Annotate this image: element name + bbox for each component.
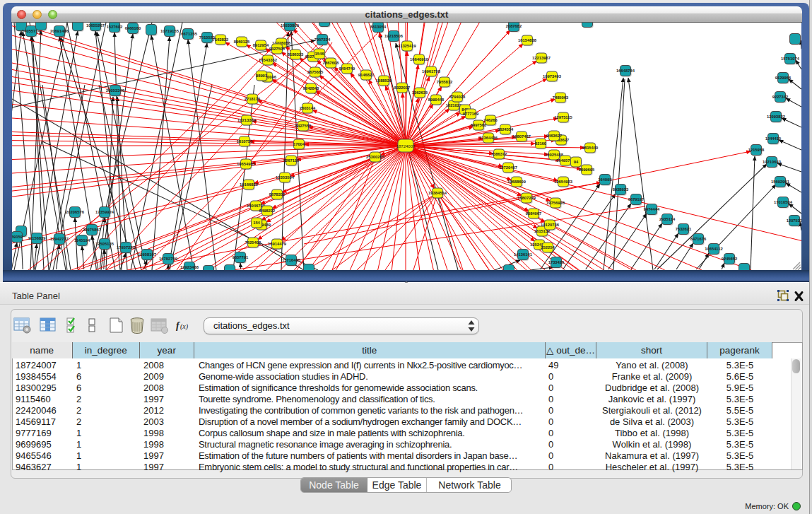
svg-text:13353594: 13353594	[276, 175, 295, 180]
svg-text:7955812: 7955812	[437, 80, 453, 84]
svg-text:17359924: 17359924	[95, 210, 114, 214]
svg-text:16648784: 16648784	[616, 69, 635, 73]
svg-text:6679197: 6679197	[628, 197, 645, 201]
svg-text:7485063: 7485063	[553, 95, 569, 100]
svg-text:8498222: 8498222	[259, 209, 276, 213]
svg-text:15692991: 15692991	[771, 180, 790, 184]
svg-text:7386372: 7386372	[491, 152, 507, 156]
svg-text:98901: 98901	[256, 74, 268, 78]
svg-text:7632621: 7632621	[676, 227, 692, 231]
svg-text:17004: 17004	[293, 142, 305, 146]
svg-text:9327505: 9327505	[269, 47, 286, 51]
svg-text:1145194: 1145194	[74, 238, 90, 243]
svg-text:19218506: 19218506	[384, 34, 404, 38]
svg-text:8960125: 8960125	[234, 40, 250, 44]
svg-text:16961758: 16961758	[422, 69, 441, 74]
svg-text:8471676: 8471676	[690, 237, 707, 241]
svg-text:9084067: 9084067	[526, 211, 542, 216]
svg-text:1546: 1546	[315, 52, 325, 56]
svg-text:16033809: 16033809	[281, 23, 300, 28]
svg-text:10655267: 10655267	[86, 23, 105, 28]
svg-text:1207533: 1207533	[787, 218, 801, 223]
svg-text:1588520: 1588520	[376, 78, 392, 83]
svg-text:12505135: 12505135	[95, 242, 114, 246]
svg-text:8813054: 8813054	[370, 25, 387, 29]
svg-text:19384554: 19384554	[428, 191, 447, 195]
svg-text:10688609: 10688609	[507, 180, 526, 184]
svg-text:18724007: 18724007	[396, 144, 416, 148]
svg-text:2603144: 2603144	[300, 106, 316, 110]
svg-text:15720407: 15720407	[499, 165, 517, 170]
svg-text:9463627: 9463627	[546, 134, 563, 138]
svg-text:16154838: 16154838	[518, 38, 537, 42]
svg-text:7957224: 7957224	[314, 37, 331, 42]
svg-text:9227342: 9227342	[772, 95, 789, 99]
svg-text:15716485: 15716485	[282, 258, 301, 262]
svg-text:1621022: 1621022	[446, 103, 462, 107]
svg-text:6794028: 6794028	[449, 95, 466, 99]
svg-text:9699695: 9699695	[579, 168, 595, 172]
svg-text:8678352: 8678352	[269, 192, 286, 197]
svg-text:9242848: 9242848	[303, 86, 319, 90]
svg-text:164095: 164095	[598, 177, 612, 182]
svg-text:12093822: 12093822	[767, 115, 785, 119]
svg-text:6466160: 6466160	[125, 26, 141, 30]
svg-text:3624554: 3624554	[498, 127, 514, 132]
svg-text:12975115: 12975115	[554, 115, 572, 119]
svg-text:8267110: 8267110	[283, 158, 299, 163]
svg-text:8427552: 8427552	[295, 124, 312, 128]
svg-text:1244415: 1244415	[765, 136, 782, 141]
svg-text:20053346: 20053346	[106, 88, 125, 93]
svg-text:10958107: 10958107	[138, 252, 156, 257]
svg-text:6497568: 6497568	[471, 123, 487, 127]
svg-text:1527602: 1527602	[107, 25, 123, 29]
svg-text:1733426: 1733426	[548, 260, 565, 264]
svg-text:62160: 62160	[535, 141, 546, 146]
svg-text:8322037: 8322037	[394, 86, 411, 90]
svg-text:39159: 39159	[12, 235, 23, 239]
svg-text:9129966: 9129966	[775, 76, 792, 80]
svg-text:12213967: 12213967	[532, 56, 551, 60]
svg-text:7163822: 7163822	[213, 37, 229, 42]
svg-text:2087682: 2087682	[506, 24, 522, 28]
svg-text:1362635: 1362635	[412, 90, 428, 95]
svg-text:10654112: 10654112	[705, 247, 722, 251]
svg-text:9657791: 9657791	[233, 255, 249, 259]
svg-text:8938923: 8938923	[613, 187, 629, 192]
svg-text:16543362: 16543362	[259, 58, 277, 62]
svg-text:8912954: 8912954	[253, 43, 269, 47]
svg-text:9146821: 9146821	[358, 73, 375, 77]
svg-text:16640910: 16640910	[410, 57, 428, 62]
svg-text:19654965: 19654965	[237, 162, 256, 166]
svg-text:8990448: 8990448	[428, 98, 445, 102]
svg-text:19654923: 19654923	[554, 180, 573, 184]
svg-text:15751074: 15751074	[781, 57, 800, 61]
svg-text:12213369: 12213369	[237, 118, 257, 122]
svg-text:16782759: 16782759	[159, 257, 178, 261]
svg-text:(x): (x)	[180, 322, 189, 331]
svg-text:10973493: 10973493	[543, 74, 562, 78]
svg-text:1215958: 1215958	[748, 148, 765, 152]
svg-text:20206576: 20206576	[66, 210, 85, 214]
svg-text:16914479: 16914479	[268, 242, 287, 246]
svg-text:8454749: 8454749	[339, 66, 355, 71]
svg-text:20691406: 20691406	[50, 29, 69, 33]
svg-text:9474444: 9474444	[644, 207, 660, 211]
svg-text:2935114: 2935114	[659, 217, 676, 221]
svg-text:9815440: 9815440	[582, 146, 599, 150]
svg-text:10120746: 10120746	[541, 223, 560, 227]
svg-text:252254: 252254	[541, 245, 555, 250]
svg-text:9777169: 9777169	[463, 112, 479, 116]
svg-text:9245652: 9245652	[722, 257, 738, 261]
svg-text:18807249: 18807249	[517, 196, 536, 200]
svg-text:12923468: 12923468	[180, 265, 199, 269]
svg-text:746266: 746266	[483, 118, 498, 122]
svg-text:19166825: 19166825	[240, 182, 259, 187]
svg-text:10719155: 10719155	[160, 29, 180, 33]
svg-text:14136141: 14136141	[514, 252, 533, 257]
svg-text:17010504: 17010504	[774, 200, 793, 204]
svg-text:94: 94	[574, 160, 579, 164]
svg-text:8186323: 8186323	[288, 52, 304, 57]
svg-text:11325419: 11325419	[398, 44, 416, 48]
svg-text:10807487: 10807487	[512, 134, 531, 139]
